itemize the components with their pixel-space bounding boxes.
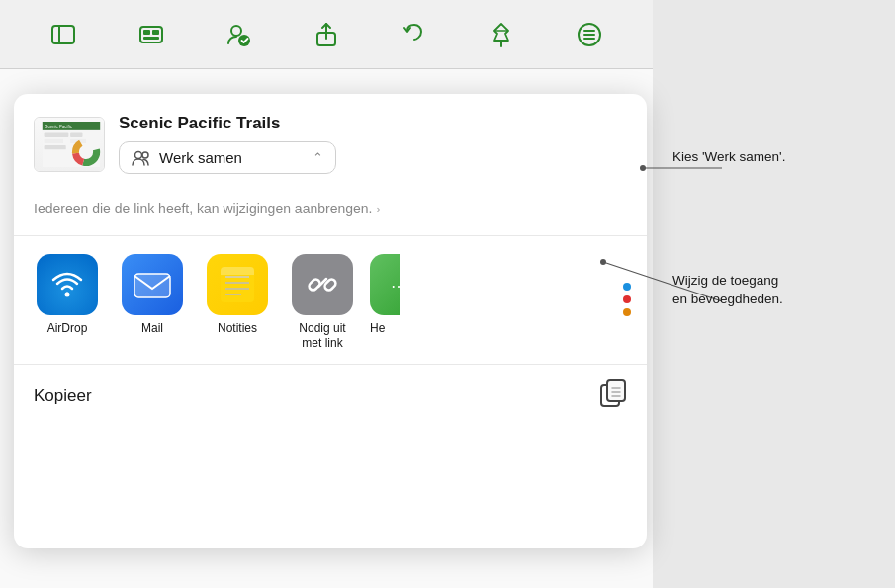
permission-chevron-icon: › bbox=[376, 201, 380, 218]
svg-rect-23 bbox=[45, 144, 66, 148]
annotations: Kies 'Werk samen'. Wijzig de toegangen b… bbox=[672, 94, 895, 489]
svg-point-6 bbox=[231, 26, 241, 36]
page-indicator bbox=[623, 283, 631, 316]
svg-point-29 bbox=[65, 292, 70, 296]
collab-label: Werk samen bbox=[159, 149, 305, 166]
doc-thumbnail: Scenic Pacific bbox=[34, 117, 105, 172]
doc-title: Scenic Pacific Trails bbox=[119, 114, 336, 133]
pin-icon[interactable] bbox=[484, 17, 519, 52]
permission-section[interactable]: Iedereen die de link heeft, kan wijzigin… bbox=[14, 188, 647, 236]
svg-rect-0 bbox=[52, 26, 74, 43]
undo-icon[interactable] bbox=[397, 17, 432, 52]
mail-icon bbox=[122, 254, 183, 315]
menu-icon[interactable] bbox=[572, 17, 607, 52]
dot-3 bbox=[623, 308, 631, 316]
svg-rect-3 bbox=[143, 30, 150, 35]
app-notes[interactable]: Notities bbox=[200, 254, 275, 337]
svg-rect-4 bbox=[152, 30, 159, 35]
app-more-label: He bbox=[370, 321, 385, 335]
people-icon bbox=[132, 150, 151, 166]
svg-rect-39 bbox=[308, 278, 321, 292]
svg-rect-38 bbox=[221, 271, 254, 275]
svg-rect-2 bbox=[140, 27, 162, 42]
dot-1 bbox=[623, 283, 631, 291]
svg-rect-21 bbox=[45, 138, 63, 142]
app-airdrop-label: AirDrop bbox=[47, 321, 88, 337]
sidebar-icon[interactable] bbox=[45, 17, 81, 52]
notes-icon bbox=[207, 254, 268, 315]
svg-text:Scenic Pacific: Scenic Pacific bbox=[45, 125, 72, 129]
app-invite[interactable]: Nodig uitmet link bbox=[285, 254, 360, 352]
svg-rect-19 bbox=[45, 132, 69, 136]
annotation-collab-text: Kies 'Werk samen'. bbox=[672, 148, 785, 167]
svg-rect-20 bbox=[70, 132, 82, 136]
apps-row: AirDrop Mail bbox=[14, 236, 647, 365]
app-notes-label: Notities bbox=[218, 321, 257, 337]
svg-rect-30 bbox=[134, 274, 170, 297]
permission-text-label: Iedereen die de link heeft, kan wijzigin… bbox=[34, 200, 372, 219]
more-app-icon: ⋯ bbox=[370, 254, 400, 315]
share-sheet: Scenic Pacific Scenic Pacific Trails bbox=[14, 94, 647, 548]
app-more-partial[interactable]: ⋯ He bbox=[370, 254, 400, 335]
media-icon[interactable] bbox=[134, 17, 169, 52]
app-invite-label: Nodig uitmet link bbox=[299, 321, 345, 352]
copy-icon bbox=[599, 378, 627, 414]
annotation-permissions-text: Wijzig de toegangen bevoegdheden. bbox=[672, 272, 783, 309]
airdrop-icon bbox=[37, 254, 98, 315]
copy-row[interactable]: Kopieer bbox=[14, 365, 647, 428]
collaborate-icon[interactable] bbox=[221, 17, 256, 52]
svg-point-27 bbox=[135, 151, 142, 158]
app-mail-label: Mail bbox=[141, 321, 163, 337]
svg-text:⋯: ⋯ bbox=[391, 278, 400, 294]
annotation-collab: Kies 'Werk samen'. bbox=[672, 148, 785, 167]
svg-rect-43 bbox=[607, 380, 625, 401]
doc-header: Scenic Pacific Scenic Pacific Trails bbox=[14, 94, 647, 188]
collab-dropdown[interactable]: Werk samen ⌃ bbox=[119, 141, 336, 174]
svg-point-7 bbox=[238, 35, 250, 46]
share-icon[interactable] bbox=[309, 17, 344, 52]
annotation-permissions: Wijzig de toegangen bevoegdheden. bbox=[672, 272, 783, 309]
dot-2 bbox=[623, 295, 631, 303]
toolbar bbox=[0, 0, 653, 69]
chevron-down-icon: ⌃ bbox=[313, 150, 323, 165]
svg-point-28 bbox=[142, 152, 148, 158]
app-airdrop[interactable]: AirDrop bbox=[30, 254, 105, 337]
svg-rect-5 bbox=[143, 37, 159, 40]
invite-icon bbox=[292, 254, 353, 315]
app-mail[interactable]: Mail bbox=[115, 254, 190, 337]
copy-label: Kopieer bbox=[34, 386, 92, 406]
doc-info: Scenic Pacific Trails Werk samen ⌃ bbox=[119, 114, 336, 174]
